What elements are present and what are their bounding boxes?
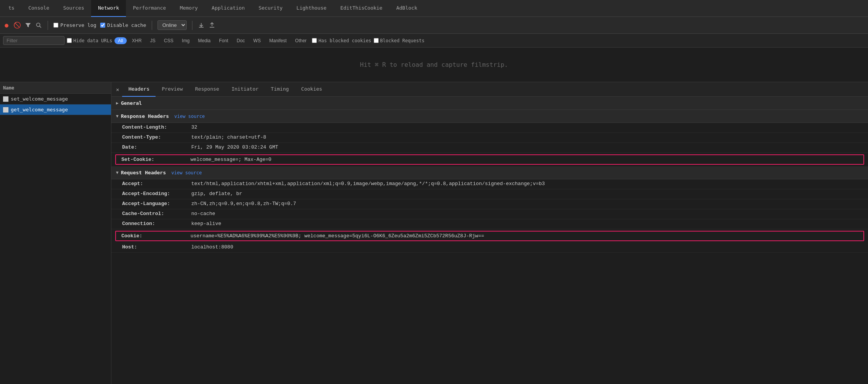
response-view-source-link[interactable]: view source [174,114,205,119]
response-headers-section-header[interactable]: ▼ Response Headers view source [111,110,868,123]
filter-xhr-button[interactable]: XHR [129,37,145,44]
filter-css-button[interactable]: CSS [161,37,177,44]
request-headers-arrow-icon: ▼ [116,170,119,175]
general-section-header[interactable]: ▶ General [111,97,868,110]
blocked-requests-checkbox[interactable]: Blocked Requests [374,38,425,43]
tab-bar: ts Console Sources Network Performance M… [0,0,868,17]
response-header-row: Date: Fri, 29 May 2020 03:02:24 GMT [111,143,868,153]
request-header-row: Cache-Control: no-cache [111,209,868,219]
filter-js-button[interactable]: JS [147,37,159,44]
filter-bar: Hide data URLs All XHR JS CSS Img Media … [0,34,868,48]
filmstrip-area: Hit ⌘ R to reload and capture filmstrip. [0,48,868,82]
filter-toggle-button[interactable] [25,22,31,29]
tab-application[interactable]: Application [205,0,252,17]
headers-panel: ✕ Headers Preview Response Initiator Tim… [111,82,868,384]
network-throttle-select[interactable]: Online [157,20,187,30]
filter-img-button[interactable]: Img [179,37,193,44]
network-list: Name set_welcome_message get_welcome_mes… [0,82,111,384]
response-headers-arrow-icon: ▼ [116,114,119,119]
list-item[interactable]: set_welcome_message [0,94,111,104]
request-header-row: Accept-Encoding: gzip, deflate, br [111,189,868,199]
item-icon [3,96,8,102]
response-header-row: Content-Type: text/plain; charset=utf-8 [111,133,868,143]
tab-sources[interactable]: Sources [56,0,91,17]
stop-button[interactable]: 🚫 [14,22,21,29]
request-header-row: Connection: keep-alive [111,219,868,229]
sub-tab-timing[interactable]: Timing [265,82,295,97]
sub-tab-headers[interactable]: Headers [122,82,156,97]
record-button[interactable]: ● [3,22,10,29]
sub-tab-preview[interactable]: Preview [156,82,189,97]
tab-editthiscookie[interactable]: EditThisCookie [333,0,389,17]
item-icon [3,107,8,113]
sub-tab-response[interactable]: Response [189,82,225,97]
separator-1 [48,21,48,30]
network-list-header: Name [0,82,111,94]
separator-2 [152,21,152,30]
hide-data-urls-checkbox[interactable]: Hide data URLs [67,38,112,43]
sub-tab-initiator[interactable]: Initiator [225,82,265,97]
tab-ts[interactable]: ts [2,0,22,17]
search-button[interactable] [35,22,42,29]
request-headers-section-header[interactable]: ▼ Request Headers view source [111,166,868,179]
preserve-log-checkbox[interactable]: Preserve log [53,22,96,28]
filter-other-button[interactable]: Other [292,37,310,44]
close-panel-button[interactable]: ✕ [113,85,122,94]
tab-memory[interactable]: Memory [173,0,205,17]
request-header-row: Accept-Language: zh-CN,zh;q=0.9,en;q=0.8… [111,199,868,209]
cookie-header-row-highlighted: Cookie: username=%E5%AD%A6%E9%99%A2%E5%9… [115,231,864,241]
svg-line-1 [40,26,41,28]
set-cookie-header-row-highlighted: Set-Cookie: welcome_message=; Max-Age=0 [115,154,864,165]
request-header-row: Host: localhost:8080 [111,243,868,253]
filter-font-button[interactable]: Font [216,37,231,44]
svg-point-0 [36,23,40,26]
filter-manifest-button[interactable]: Manifest [266,37,290,44]
filter-input[interactable] [3,36,65,45]
request-view-source-link[interactable]: view source [171,170,202,175]
list-item[interactable]: get_welcome_message [0,104,111,115]
tab-adblock[interactable]: AdBlock [389,0,424,17]
disable-cache-checkbox[interactable]: Disable cache [100,22,146,28]
export-icon[interactable] [209,22,215,29]
separator-3 [192,21,192,30]
filter-all-button[interactable]: All [114,37,126,44]
tab-performance[interactable]: Performance [126,0,173,17]
tab-security[interactable]: Security [252,0,290,17]
sub-tab-bar: ✕ Headers Preview Response Initiator Tim… [111,82,868,97]
general-arrow-icon: ▶ [116,101,119,106]
tab-lighthouse[interactable]: Lighthouse [290,0,333,17]
filter-media-button[interactable]: Media [195,37,214,44]
response-header-row: Content-Length: 32 [111,123,868,133]
filmstrip-hint: Hit ⌘ R to reload and capture filmstrip. [360,61,508,68]
import-icon[interactable] [198,22,205,29]
blocked-cookies-checkbox[interactable]: Has blocked cookies [312,38,371,43]
main-content: Name set_welcome_message get_welcome_mes… [0,82,868,384]
headers-content: ▶ General ▼ Response Headers view source… [111,97,868,253]
filter-ws-button[interactable]: WS [250,37,264,44]
tab-console[interactable]: Console [22,0,56,17]
tab-network[interactable]: Network [91,0,126,17]
filter-doc-button[interactable]: Doc [234,37,248,44]
request-header-row: Accept: text/html,application/xhtml+xml,… [111,179,868,189]
toolbar: ● 🚫 Preserve log Disable cache Online [0,17,868,34]
sub-tab-cookies[interactable]: Cookies [295,82,328,97]
